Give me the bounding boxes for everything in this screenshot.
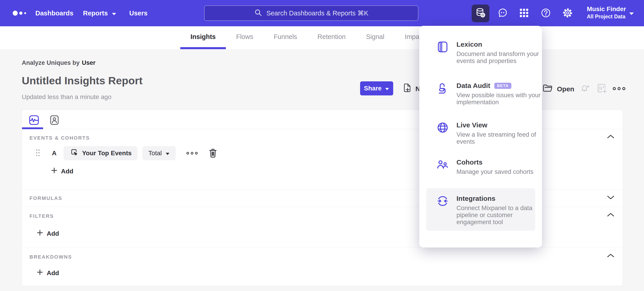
mixpanel-app: Dashboards Reports Users Search Dashboar… — [0, 0, 644, 291]
event-selector-button[interactable]: Your Top Events — [64, 146, 138, 160]
apps-grid-icon — [519, 8, 529, 19]
tab-insights[interactable]: Insights — [180, 26, 226, 49]
event-more-options-icon[interactable] — [186, 151, 198, 156]
filters-label: FILTERS — [30, 213, 54, 219]
project-selector[interactable]: Music Finder All Project Data — [587, 5, 626, 20]
data-management-button[interactable] — [472, 4, 489, 22]
globe-icon — [436, 121, 449, 145]
nav-users-label: Users — [129, 9, 148, 17]
plus-icon — [51, 167, 57, 175]
collapse-events-chevron-up-icon[interactable] — [607, 134, 614, 140]
support-chat-button[interactable] — [494, 4, 512, 22]
nav-reports-label: Reports — [83, 9, 108, 17]
menu-item-integrations[interactable]: Integrations Connect Mixpanel to a data … — [436, 194, 547, 226]
menu-live-view-desc: View a live streaming feed of events — [456, 131, 547, 145]
menu-lexicon-desc: Document and transform your events and p… — [456, 50, 547, 64]
analyze-uniques-line: Analyze Uniques byUser — [22, 59, 96, 66]
analyze-value[interactable]: User — [82, 59, 96, 66]
data-management-icon — [475, 7, 486, 19]
note-plus-icon — [402, 83, 412, 94]
collapse-filters-chevron-up-icon[interactable] — [607, 212, 614, 218]
top-bar: Dashboards Reports Users Search Dashboar… — [0, 0, 644, 26]
chart-view-tab[interactable] — [29, 115, 39, 126]
tab-funnels-label: Funnels — [274, 33, 297, 40]
menu-data-audit-title: Data Audit — [456, 82, 490, 90]
tab-retention-label: Retention — [318, 33, 346, 40]
share-button[interactable]: Share — [360, 81, 393, 95]
menu-item-data-audit[interactable]: Data Audit BETA View possible issues wit… — [436, 82, 547, 106]
menu-item-text: Live View View a live streaming feed of … — [456, 121, 547, 145]
apps-grid-button[interactable] — [515, 4, 533, 22]
menu-item-text: Cohorts Manage your saved cohorts — [456, 158, 547, 175]
project-scope: All Project Data — [587, 13, 626, 20]
more-options-icon[interactable] — [612, 86, 626, 92]
menu-item-lexicon[interactable]: Lexicon Document and transform your even… — [436, 40, 547, 64]
help-icon — [540, 7, 552, 19]
data-management-menu: Lexicon Document and transform your even… — [419, 26, 542, 248]
menu-live-view-title: Live View — [456, 121, 487, 129]
add-filter-button[interactable]: Add — [37, 230, 59, 238]
share-label: Share — [364, 85, 382, 92]
tab-retention[interactable]: Retention — [307, 26, 356, 49]
tab-signal[interactable]: Signal — [356, 26, 394, 49]
page-title[interactable]: Untitled Insights Report — [22, 74, 143, 87]
nav-users[interactable]: Users — [129, 0, 148, 26]
settings-gear-icon — [562, 7, 573, 19]
open-label: Open — [557, 85, 574, 93]
event-select-icon — [70, 148, 78, 159]
caret-down-icon — [112, 9, 116, 17]
delete-event-trash-icon[interactable] — [208, 148, 218, 158]
menu-lexicon-title: Lexicon — [456, 40, 482, 48]
search-placeholder: Search Dashboards & Reports ⌘K — [266, 9, 368, 17]
add-filter-label: Add — [47, 230, 59, 237]
caret-down-icon — [385, 85, 389, 92]
nav-dashboards[interactable]: Dashboards — [35, 0, 74, 26]
nav-dashboards-label: Dashboards — [35, 9, 74, 17]
event-name: Your Top Events — [82, 150, 132, 157]
tab-flows[interactable]: Flows — [226, 26, 264, 49]
event-letter: A — [51, 150, 58, 157]
search-input[interactable]: Search Dashboards & Reports ⌘K — [204, 5, 418, 21]
menu-item-cohorts[interactable]: Cohorts Manage your saved cohorts — [436, 158, 547, 175]
book-icon — [436, 41, 449, 64]
formulas-label: FORMULAS — [30, 195, 62, 201]
plus-icon — [37, 230, 43, 238]
mixpanel-logo-icon[interactable] — [12, 8, 30, 18]
sync-arrows-icon — [436, 195, 449, 226]
settings-button[interactable] — [559, 4, 576, 22]
drag-handle-icon[interactable] — [35, 148, 40, 158]
beta-badge: BETA — [494, 83, 511, 89]
metric-dropdown[interactable]: Total — [142, 146, 176, 160]
menu-integrations-desc: Connect Mixpanel to a data pipeline or c… — [456, 204, 547, 226]
report-tab-bar: Insights Flows Funnels Retention Signal … — [0, 26, 644, 49]
events-cohorts-label: EVENTS & COHORTS — [30, 135, 90, 141]
menu-cohorts-desc: Manage your saved cohorts — [456, 168, 547, 175]
nav-reports[interactable]: Reports — [83, 0, 116, 26]
add-breakdown-label: Add — [47, 270, 59, 277]
plus-icon — [37, 269, 43, 277]
collapse-breakdowns-chevron-up-icon[interactable] — [607, 253, 614, 259]
analyze-prefix: Analyze Uniques by — [22, 59, 80, 66]
add-breakdown-button[interactable]: Add — [37, 269, 59, 277]
metric-value: Total — [148, 150, 162, 157]
tab-insights-label: Insights — [190, 33, 216, 40]
tab-signal-label: Signal — [366, 33, 384, 40]
open-report-button[interactable]: Open — [542, 83, 574, 95]
help-button[interactable] — [537, 4, 555, 22]
project-caret-down-icon[interactable] — [628, 12, 634, 16]
menu-item-text: Lexicon Document and transform your even… — [456, 40, 547, 64]
create-alert-bell-icon[interactable] — [580, 83, 590, 95]
caret-down-icon — [165, 150, 170, 157]
expand-formulas-chevron-down-icon[interactable] — [607, 195, 614, 201]
add-to-dashboard-icon[interactable] — [596, 83, 607, 95]
add-event-button[interactable]: Add — [51, 167, 73, 175]
menu-cohorts-title: Cohorts — [456, 158, 482, 166]
report-tabs: Insights Flows Funnels Retention Signal … — [180, 26, 435, 49]
updated-timestamp: Updated less than a minute ago — [22, 93, 111, 101]
menu-item-live-view[interactable]: Live View View a live streaming feed of … — [436, 121, 547, 145]
menu-integrations-title: Integrations — [456, 194, 496, 203]
tab-funnels[interactable]: Funnels — [264, 26, 307, 49]
event-row: A Your Top Events Total — [35, 146, 218, 160]
section-breakdowns: BREAKDOWNS Add — [22, 247, 623, 286]
profiles-view-tab[interactable] — [49, 115, 60, 126]
